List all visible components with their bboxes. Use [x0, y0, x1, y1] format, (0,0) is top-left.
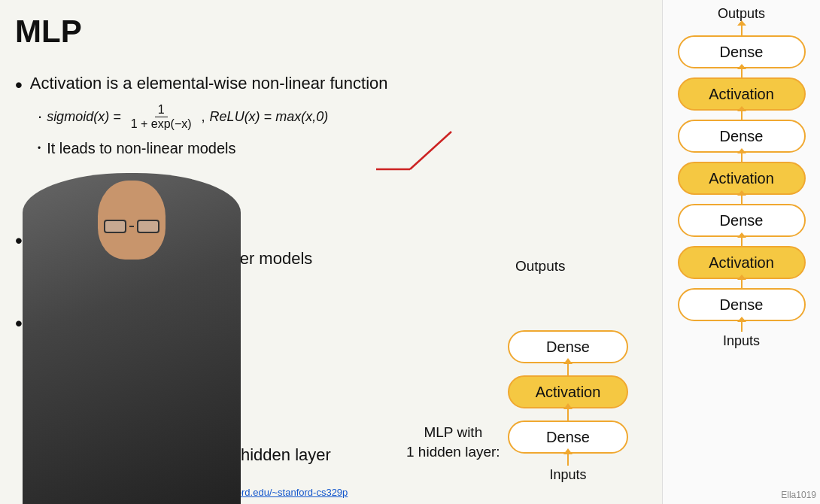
- sub-bullet-dot: •: [38, 143, 41, 153]
- arrow-r1: [741, 68, 743, 77]
- formula-comma: ,: [202, 109, 205, 125]
- relu-graph: [369, 120, 466, 191]
- numerator: 1: [155, 103, 168, 117]
- arrow-r3: [741, 153, 743, 162]
- arrowhead3: [563, 448, 572, 454]
- arrow-r6: [741, 279, 743, 288]
- relu-formula: ReLU(x) = max(x,0): [210, 109, 329, 125]
- outputs-right-label: Outputs: [718, 6, 765, 22]
- arrowhead-r4: [737, 190, 746, 196]
- svg-line-1: [410, 132, 451, 169]
- person-overlay: [23, 173, 241, 504]
- arrowhead-r5: [737, 232, 746, 238]
- bullet1-text: Activation is a elemental-wise non-linea…: [30, 74, 388, 93]
- arrow-r0: [741, 25, 743, 35]
- mlp-label-line1: MLP with: [406, 423, 500, 443]
- sigmoid-label: sigmoid(x) =: [47, 109, 121, 125]
- arrow1: [567, 363, 569, 375]
- inputs-right-label: Inputs: [723, 333, 760, 349]
- arrowhead-r1: [737, 64, 746, 69]
- outputs-left-label: Outputs: [515, 258, 566, 275]
- bullet2-dot: •: [15, 229, 23, 253]
- mlp-label: MLP with 1 hidden layer:: [406, 423, 500, 463]
- person-silhouette: [23, 173, 241, 504]
- slide-area: MLP • Activation is a elemental-wise non…: [0, 0, 662, 504]
- slide-title: MLP: [15, 14, 82, 50]
- glasses-bridge: [129, 226, 134, 227]
- glasses: [104, 220, 159, 233]
- arrowhead-r3: [737, 148, 746, 153]
- formula-bullet-dot: ·: [38, 107, 42, 126]
- nn-left-diagram: Dense Activation Dense Inputs: [497, 330, 639, 483]
- fraction: 1 1 + exp(−x): [128, 103, 195, 131]
- relu-svg: [369, 120, 466, 188]
- arrowhead1: [563, 358, 572, 364]
- arrow-r2: [741, 111, 743, 120]
- arrowhead-r7: [737, 317, 746, 322]
- sub-bullet-text: It leads to non-linear models: [47, 140, 235, 157]
- glasses-left: [104, 220, 126, 233]
- bullet3-dot: •: [15, 312, 23, 335]
- arrow-r5: [741, 237, 743, 246]
- bullet1-dot: •: [15, 74, 23, 97]
- denominator: 1 + exp(−x): [128, 117, 195, 131]
- arrowhead-r0: [737, 20, 746, 26]
- username: Ella1019: [781, 490, 816, 500]
- arrow-r7: [741, 321, 743, 332]
- arrow3: [567, 454, 569, 466]
- arrowhead-r6: [737, 275, 746, 280]
- arrowhead-r2: [737, 106, 746, 111]
- inputs-left-label: Inputs: [549, 467, 586, 483]
- glasses-right: [137, 220, 159, 233]
- bullet1: • Activation is a elemental-wise non-lin…: [15, 74, 497, 97]
- person-head: [98, 181, 166, 260]
- mlp-label-line2: 1 hidden layer:: [406, 442, 500, 463]
- arrowhead2: [563, 403, 572, 409]
- hidden-layer-label: hidden layer: [241, 445, 331, 465]
- arrow-r4: [741, 195, 743, 204]
- arrow2: [567, 408, 569, 421]
- nn-right-panel: Outputs Dense Activation Dense Activatio…: [662, 0, 820, 504]
